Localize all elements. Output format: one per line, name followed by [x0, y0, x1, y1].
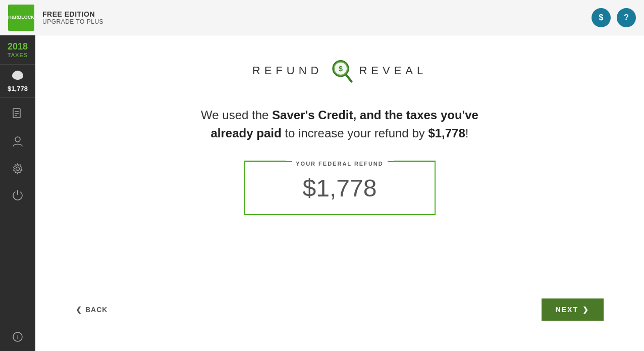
header-text: FREE EDITION UPGRADE TO PLUS: [42, 10, 103, 25]
sidebar-bottom: i: [0, 325, 35, 351]
logo-line1: H&R: [8, 15, 18, 20]
main-layout: 2018 TAXES $1,778: [0, 35, 644, 351]
nav-power[interactable]: [0, 184, 35, 206]
chevron-left-icon: [76, 306, 82, 314]
svg-point-5: [16, 167, 20, 171]
logo-line2: BLOCK: [18, 15, 34, 20]
reveal-left-text: REFUND: [252, 64, 323, 77]
back-button[interactable]: BACK: [76, 298, 108, 321]
info-icon[interactable]: i: [0, 331, 35, 345]
reveal-right-text: REVEAL: [359, 64, 427, 77]
help-icon-button[interactable]: ?: [617, 8, 636, 27]
refund-box-wrapper: YOUR FEDERAL REFUND $1,778: [244, 161, 436, 215]
message-part2: to increase your refund by: [282, 126, 428, 140]
refund-box: $1,778: [244, 161, 436, 215]
main-content: REFUND $ REVEAL We used the Saver's Cred…: [35, 35, 644, 351]
sidebar-nav: [0, 98, 35, 325]
message-bold2: $1,778: [428, 126, 465, 140]
header: H&R BLOCK FREE EDITION UPGRADE TO PLUS $…: [0, 0, 644, 35]
map-icon: [0, 70, 35, 84]
dollar-icon-button[interactable]: $: [592, 8, 611, 27]
chevron-right-icon: [582, 306, 589, 314]
svg-rect-0: [13, 109, 20, 118]
svg-line-12: [347, 75, 352, 82]
message-part1: We used the: [201, 108, 272, 122]
next-button[interactable]: NEXT: [542, 298, 604, 321]
upgrade-label: UPGRADE TO PLUS: [42, 18, 103, 25]
header-icons: $ ?: [592, 8, 636, 27]
nav-gear[interactable]: [0, 158, 35, 180]
refund-reveal-title: REFUND $ REVEAL: [252, 56, 427, 86]
nav-buttons: BACK NEXT: [35, 298, 644, 321]
back-label: BACK: [85, 306, 108, 314]
refund-amount: $1,778: [245, 174, 435, 202]
svg-text:$: $: [339, 65, 343, 73]
sidebar-year-section: 2018 TAXES: [0, 35, 35, 65]
main-message: We used the Saver's Credit, and the taxe…: [188, 106, 491, 142]
refund-box-label: YOUR FEDERAL REFUND: [292, 161, 387, 167]
magnifier-icon: $: [326, 56, 356, 86]
hr-block-logo: H&R BLOCK: [8, 5, 34, 31]
sidebar-refund-amount: $1,778: [0, 85, 35, 92]
svg-text:i: i: [17, 334, 18, 340]
sidebar-year: 2018: [0, 41, 35, 52]
svg-point-4: [15, 137, 20, 142]
sidebar-taxes: TAXES: [0, 52, 35, 58]
next-label: NEXT: [556, 306, 578, 314]
nav-document[interactable]: [0, 103, 35, 126]
nav-person[interactable]: [0, 130, 35, 154]
sidebar: 2018 TAXES $1,778: [0, 35, 35, 351]
edition-label: FREE EDITION: [42, 10, 103, 18]
message-end: !: [465, 126, 469, 140]
sidebar-refund-section: $1,778: [0, 65, 35, 98]
